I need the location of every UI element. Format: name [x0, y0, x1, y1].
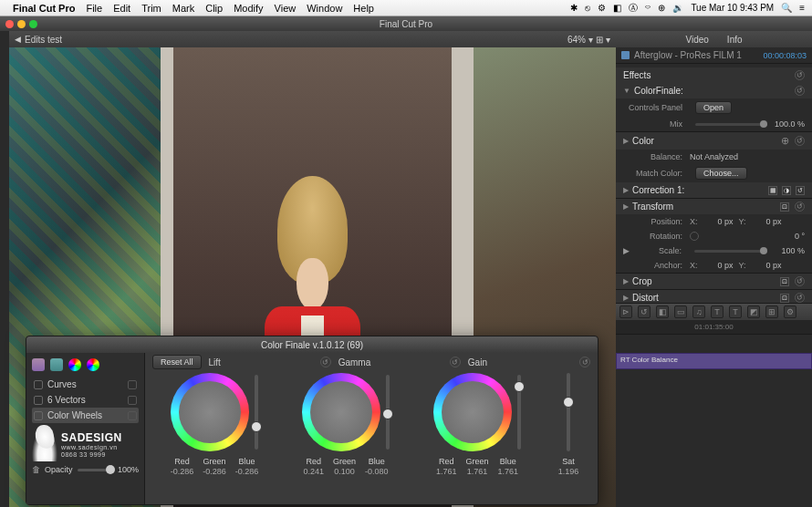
disclosure-icon[interactable]: ▶: [623, 137, 629, 145]
zoom-value[interactable]: 64%: [567, 35, 586, 45]
spotlight-icon[interactable]: 🔍: [781, 3, 792, 13]
rotation-dial-icon[interactable]: [690, 232, 699, 241]
reset-icon[interactable]: ↺: [795, 293, 805, 303]
lut-mode-icon[interactable]: [32, 358, 45, 371]
gain-green[interactable]: 1.761: [465, 467, 488, 476]
menu-edit[interactable]: Edit: [113, 3, 130, 14]
gain-color-wheel[interactable]: [433, 373, 512, 451]
tool-icon[interactable]: ⊞: [765, 305, 778, 318]
tool-icon[interactable]: ◧: [656, 305, 669, 318]
add-correction-icon[interactable]: ⊕: [781, 135, 789, 147]
mix-value[interactable]: 100.0 %: [773, 119, 805, 129]
timeline-ruler[interactable]: 01:01:35:00: [616, 320, 812, 335]
trash-icon[interactable]: 🗑: [32, 465, 40, 474]
choose-button[interactable]: Choose...: [695, 167, 747, 180]
color-board-icon[interactable]: ▦: [768, 186, 777, 195]
lift-green[interactable]: -0.286: [203, 467, 226, 476]
status-icon[interactable]: ✱: [570, 3, 578, 13]
menu-mark[interactable]: Mark: [172, 3, 194, 14]
onscreen-controls-icon[interactable]: ⊡: [780, 277, 789, 286]
gamma-blue[interactable]: -0.080: [365, 467, 389, 476]
status-icon[interactable]: ⎋: [585, 3, 590, 13]
sat-value[interactable]: 1.196: [558, 467, 579, 476]
status-icon[interactable]: Ⓐ: [629, 2, 638, 15]
menu-window[interactable]: Window: [307, 3, 342, 14]
tool-icon[interactable]: ▭: [674, 305, 687, 318]
crop-header[interactable]: ▶Crop⊡↺: [616, 274, 812, 289]
reset-lift-icon[interactable]: ↺: [320, 357, 331, 367]
checkbox-icon[interactable]: [128, 396, 137, 405]
disclosure-icon[interactable]: ▶: [623, 202, 629, 211]
gain-luma-slider[interactable]: [517, 375, 521, 450]
menu-help[interactable]: Help: [353, 3, 374, 14]
close-button[interactable]: [5, 20, 14, 28]
menu-view[interactable]: View: [275, 3, 297, 14]
pos-y[interactable]: 0 px: [750, 217, 782, 226]
rotation-value[interactable]: 0 °: [773, 232, 805, 241]
color-header[interactable]: ▶ Color ⊕ ↺: [616, 132, 812, 150]
zoom-button[interactable]: [29, 20, 37, 28]
browser-panel-collapsed[interactable]: [0, 31, 9, 507]
lift-luma-slider[interactable]: [255, 375, 258, 450]
effects-header[interactable]: Effects ↺: [616, 67, 812, 83]
back-icon[interactable]: ◀: [15, 35, 21, 44]
scale-value[interactable]: 100 %: [773, 246, 805, 255]
menu-file[interactable]: File: [86, 3, 102, 14]
bluetooth-icon[interactable]: ⌔: [645, 3, 651, 13]
gamma-green[interactable]: 0.100: [333, 467, 356, 476]
menu-modify[interactable]: Modify: [234, 3, 263, 14]
reset-icon[interactable]: ↺: [796, 186, 805, 195]
tool-icon[interactable]: ◩: [747, 305, 760, 318]
clock[interactable]: Tue Mar 10 9:43 PM: [691, 3, 774, 13]
status-icon[interactable]: ⚙: [598, 3, 606, 13]
gamma-red[interactable]: 0.241: [303, 467, 324, 476]
lift-red[interactable]: -0.286: [171, 467, 194, 476]
disclosure-icon[interactable]: ▶: [623, 186, 629, 194]
tool-icon[interactable]: T: [711, 305, 724, 318]
reset-gain-icon[interactable]: ↺: [579, 357, 590, 367]
scale-slider[interactable]: [694, 250, 767, 253]
wheels-mode-icon[interactable]: [87, 358, 99, 371]
checkbox-icon[interactable]: [128, 380, 137, 389]
open-button[interactable]: Open: [695, 101, 732, 114]
minimize-button[interactable]: [17, 20, 26, 28]
checkbox-icon[interactable]: [128, 411, 137, 420]
reset-gamma-icon[interactable]: ↺: [450, 357, 461, 367]
saturation-slider[interactable]: [567, 373, 570, 451]
tool-icon[interactable]: ♫: [692, 305, 705, 318]
tab-info[interactable]: Info: [727, 35, 743, 45]
gain-red[interactable]: 1.761: [436, 467, 457, 476]
mix-slider[interactable]: [695, 123, 767, 126]
curves-mode-icon[interactable]: [50, 358, 63, 371]
tool-icon[interactable]: ↺: [638, 305, 651, 318]
disclosure-icon[interactable]: ▶: [623, 246, 630, 255]
reset-icon[interactable]: ↺: [795, 276, 805, 286]
view-options-icon[interactable]: ⊞: [596, 35, 603, 45]
notifications-icon[interactable]: ≡: [799, 3, 805, 13]
sidebar-item-color-wheels[interactable]: Color Wheels: [32, 408, 139, 423]
cf-titlebar[interactable]: Color Finale v.1.0.12 (69): [26, 336, 598, 353]
reset-icon[interactable]: ↺: [795, 136, 805, 146]
anchor-y[interactable]: 0 px: [750, 261, 782, 270]
wifi-icon[interactable]: ⊕: [658, 3, 665, 13]
pos-x[interactable]: 0 px: [702, 217, 734, 226]
disclosure-icon[interactable]: ▶: [623, 294, 629, 302]
status-icon[interactable]: ◧: [613, 3, 621, 13]
tool-icon[interactable]: T: [729, 305, 742, 318]
lift-blue[interactable]: -0.286: [235, 467, 259, 476]
menu-trim[interactable]: Trim: [141, 3, 161, 14]
tab-video[interactable]: Video: [685, 35, 708, 45]
tool-icon[interactable]: ⊳: [619, 305, 632, 318]
opacity-slider[interactable]: [78, 469, 113, 471]
gain-blue[interactable]: 1.761: [498, 467, 519, 476]
disclosure-icon[interactable]: ▼: [623, 87, 630, 95]
reset-icon[interactable]: ↺: [795, 70, 805, 80]
gamma-color-wheel[interactable]: [302, 373, 380, 451]
reset-all-button[interactable]: Reset All: [152, 355, 202, 369]
chevron-down-icon[interactable]: ▾: [606, 35, 610, 45]
chevron-down-icon[interactable]: ▾: [588, 35, 593, 45]
gamma-luma-slider[interactable]: [386, 375, 390, 450]
opacity-value[interactable]: 100%: [118, 465, 139, 474]
menu-clip[interactable]: Clip: [205, 3, 223, 14]
transform-header[interactable]: ▶ Transform ⊡ ↺: [616, 199, 812, 214]
